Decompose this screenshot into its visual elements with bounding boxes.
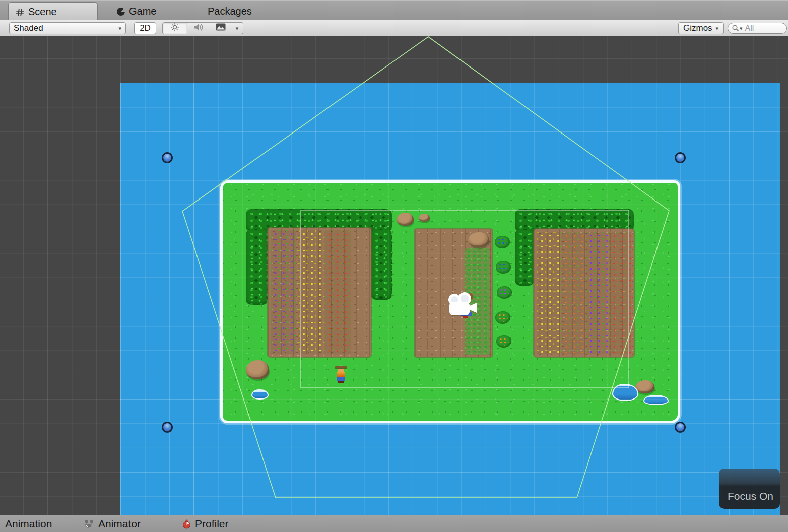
farm-plot-right[interactable] — [534, 229, 634, 357]
purple-berries — [499, 288, 509, 297]
speaker-icon — [193, 23, 204, 34]
tab-packages-label: Packages — [208, 6, 252, 17]
focus-on-label: Focus On — [728, 490, 773, 502]
bottom-tab-bar: Animation Animator Profiler — [0, 515, 788, 532]
scene-viewport[interactable]: Focus On — [0, 36, 788, 515]
image-icon — [216, 23, 226, 33]
sun-icon — [170, 23, 179, 34]
rocks-middle-plot — [468, 232, 489, 247]
crop-rows-yellow — [537, 232, 560, 354]
chevron-down-icon: ▾ — [118, 25, 121, 32]
rocks-bottom-right — [635, 380, 654, 393]
tab-animation[interactable]: Animation — [5, 515, 52, 532]
pond-right-small — [643, 395, 669, 405]
blue-berries — [497, 238, 507, 246]
rocks-top — [397, 213, 414, 226]
farmer-body — [337, 372, 345, 377]
tab-profiler[interactable]: Profiler — [182, 515, 229, 532]
chevron-down-icon: ▾ — [715, 25, 718, 32]
search-input[interactable] — [744, 23, 781, 33]
magnifier-icon — [732, 24, 740, 32]
berry-bush — [496, 261, 511, 274]
focus-on-tooltip: Focus On — [719, 469, 780, 509]
animator-icon — [85, 519, 94, 528]
berry-bush — [495, 311, 510, 324]
crop-rows-purple — [586, 232, 608, 354]
boulder — [246, 360, 269, 379]
gizmos-dropdown[interactable]: Gizmos ▾ — [678, 22, 724, 34]
2d-mode-toggle[interactable]: 2D — [134, 22, 156, 34]
chevron-down-icon: ▾ — [740, 25, 743, 32]
tab-profiler-label: Profiler — [195, 518, 229, 530]
shading-mode-dropdown[interactable]: Shaded ▾ — [9, 22, 126, 34]
orange-berries — [498, 313, 508, 322]
selection-handle-bottom-right[interactable] — [675, 422, 686, 433]
effects-toggle[interactable] — [210, 22, 232, 34]
tab-scene-label: Scene — [28, 6, 57, 18]
selection-handle-bottom-left[interactable] — [162, 422, 173, 433]
shading-mode-label: Shaded — [14, 23, 43, 33]
tree-column-mid-left — [371, 229, 392, 300]
farmer-boots — [338, 381, 344, 383]
crop-rows-red — [324, 230, 351, 354]
tab-animator[interactable]: Animator — [85, 515, 141, 532]
rocks-top-small — [419, 214, 430, 222]
selection-handle-top-left[interactable] — [162, 152, 173, 163]
orange-berries — [499, 337, 509, 346]
crop-rows-orange — [561, 232, 585, 354]
effects-dropdown[interactable]: ▾ — [231, 22, 243, 34]
gizmos-label: Gizmos — [683, 23, 712, 33]
tab-animator-label: Animator — [98, 518, 141, 530]
tree-column-right — [515, 229, 534, 286]
farmer-character[interactable] — [335, 366, 348, 384]
tab-game[interactable]: Game — [110, 2, 163, 21]
audio-toggle[interactable] — [187, 22, 210, 34]
tab-game-label: Game — [129, 6, 156, 17]
scene-toolbar: Shaded ▾ 2D ▾ — [0, 20, 788, 37]
tree-row-top-right — [515, 209, 634, 232]
pond-right-large — [612, 384, 638, 401]
camera-gizmo[interactable] — [444, 292, 479, 320]
farm-plot-left[interactable] — [268, 228, 371, 357]
profiler-icon — [182, 519, 191, 529]
pond-left — [251, 389, 269, 400]
editor-tab-bar: Scene Game Packages — [0, 0, 788, 21]
tab-packages[interactable]: Packages — [201, 2, 259, 21]
blue-berries — [498, 263, 508, 272]
scene-search-field[interactable]: ▾ — [728, 23, 787, 34]
berry-bush — [497, 286, 512, 299]
farmer-hat — [335, 366, 347, 369]
farmer-pants — [337, 377, 345, 381]
chevron-down-icon: ▾ — [236, 25, 239, 32]
lighting-toggle[interactable] — [162, 22, 187, 34]
berry-bush — [495, 236, 510, 248]
grid-icon — [16, 8, 24, 16]
tab-animation-label: Animation — [5, 518, 52, 530]
crop-rows-yellow — [298, 230, 322, 354]
crop-rows-purple — [271, 230, 296, 354]
tree-column-left — [246, 229, 268, 305]
crop-rows-red — [609, 232, 631, 354]
selection-handle-top-right[interactable] — [675, 152, 686, 163]
berry-bush — [496, 335, 511, 348]
unity-game-icon — [117, 8, 125, 16]
tab-scene[interactable]: Scene — [8, 2, 98, 21]
